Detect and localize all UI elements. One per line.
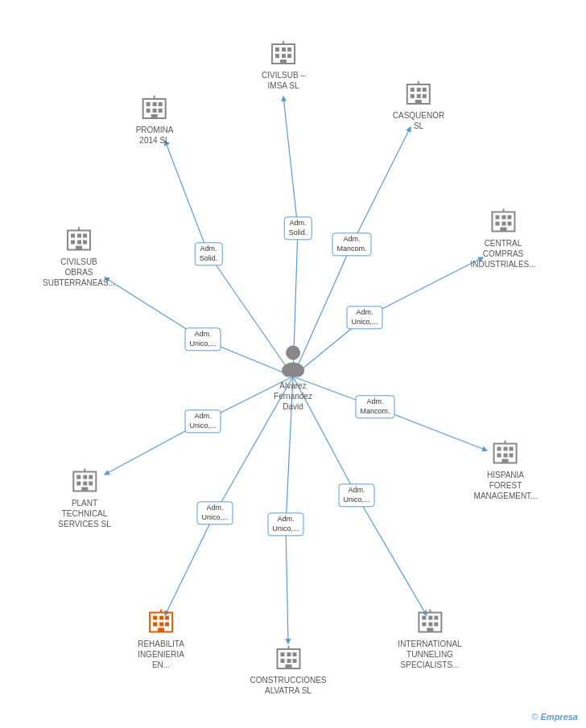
svg-rect-52	[510, 447, 514, 451]
badge-adm-solid-1[interactable]: Adm.Solid.	[284, 216, 312, 240]
svg-rect-56	[502, 459, 509, 463]
svg-line-15	[357, 496, 427, 615]
node-label-rehabilita: REHABILITAINGENIERIAEN...	[138, 639, 184, 670]
node-casquenor[interactable]: CASQUENORSL	[393, 78, 444, 131]
svg-rect-60	[428, 616, 432, 620]
node-label-promina: PROMINA2014 SL	[136, 125, 174, 146]
svg-rect-68	[280, 652, 284, 656]
svg-rect-62	[422, 623, 426, 627]
node-central-compras[interactable]: CENTRALCOMPRASINDUSTRIALES...	[470, 206, 535, 269]
svg-rect-92	[81, 487, 88, 492]
node-label-casquenor: CASQUENORSL	[393, 110, 444, 131]
svg-rect-108	[153, 109, 157, 113]
svg-rect-43	[507, 216, 511, 220]
svg-rect-83	[158, 628, 164, 632]
diagram: Alvarez Fernandez David CIVILSUB – IMSA …	[0, 0, 586, 728]
node-construcciones[interactable]: CONSTRUCCIONESALVATRA SL	[250, 643, 326, 696]
node-international[interactable]: INTERNATIONALTUNNELINGSPECIALISTS...	[398, 607, 461, 670]
svg-rect-59	[422, 616, 426, 620]
node-plant-technical[interactable]: PLANTTECHNICALSERVICES SL	[58, 466, 110, 529]
building-icon-orange	[146, 607, 175, 635]
badge-adm-unico-3[interactable]: Adm.Unico,...	[184, 409, 221, 433]
badge-adm-solid-2[interactable]: Adm.Solid.	[195, 242, 223, 265]
svg-rect-26	[275, 54, 279, 58]
svg-rect-78	[159, 616, 163, 620]
badge-adm-unico-6[interactable]: Adm.Unico,...	[267, 512, 303, 536]
svg-rect-105	[153, 102, 157, 106]
svg-rect-65	[427, 628, 433, 632]
svg-rect-95	[71, 234, 75, 238]
svg-rect-98	[71, 241, 75, 245]
svg-rect-41	[495, 216, 499, 220]
svg-rect-51	[504, 447, 508, 451]
svg-rect-89	[76, 482, 80, 486]
badge-adm-mancom-2[interactable]: Adm.Mancom.	[355, 395, 394, 418]
person-icon	[275, 342, 311, 377]
badge-adm-unico-1[interactable]: Adm.Unico,...	[346, 306, 382, 329]
node-label-construcciones: CONSTRUCCIONESALVATRA SL	[250, 675, 326, 696]
svg-rect-72	[287, 659, 291, 663]
building-icon	[489, 206, 518, 235]
svg-line-17	[165, 513, 215, 615]
svg-point-20	[286, 346, 300, 360]
svg-rect-74	[285, 664, 291, 668]
svg-line-3	[165, 141, 208, 254]
svg-rect-77	[153, 616, 157, 620]
node-civilsub-imsa[interactable]: CIVILSUB – IMSA SL	[262, 38, 305, 91]
svg-rect-46	[507, 222, 511, 226]
svg-rect-42	[501, 216, 506, 220]
node-promina[interactable]: PROMINA2014 SL	[136, 93, 174, 146]
svg-rect-91	[89, 482, 93, 486]
svg-rect-79	[165, 616, 169, 620]
svg-rect-34	[423, 88, 427, 92]
svg-rect-37	[423, 94, 427, 98]
node-label-hispania: HISPANIAFORESTMANAGEMENT...	[474, 470, 538, 501]
building-icon	[70, 466, 99, 495]
center-label: Alvarez Fernandez David	[274, 380, 312, 412]
svg-rect-61	[434, 616, 438, 620]
svg-rect-97	[83, 234, 87, 238]
svg-rect-81	[159, 623, 163, 627]
building-icon	[491, 438, 520, 467]
svg-rect-87	[83, 475, 87, 479]
copyright-symbol: ©	[531, 712, 538, 722]
badge-adm-mancom-1[interactable]: Adm.Mancom.	[332, 232, 371, 256]
svg-rect-35	[411, 94, 415, 98]
center-node[interactable]: Alvarez Fernandez David	[274, 342, 312, 412]
badge-adm-unico-2[interactable]: Adm.Unico,...	[184, 327, 221, 351]
svg-rect-45	[501, 222, 506, 226]
svg-rect-54	[504, 454, 508, 458]
node-label-civilsub-obras: CIVILSUBOBRASSUBTERRANEAS...	[43, 257, 115, 288]
building-icon	[274, 643, 303, 672]
svg-rect-109	[159, 109, 163, 113]
svg-line-5	[352, 127, 411, 245]
node-label-central-compras: CENTRALCOMPRASINDUSTRIALES...	[470, 238, 535, 269]
svg-rect-99	[77, 241, 81, 245]
svg-rect-53	[497, 454, 501, 458]
svg-rect-24	[282, 47, 286, 51]
svg-rect-69	[287, 652, 291, 656]
node-rehabilita[interactable]: REHABILITAINGENIERIAEN...	[138, 607, 184, 670]
svg-rect-71	[280, 659, 284, 663]
svg-rect-110	[151, 114, 158, 118]
svg-rect-82	[165, 623, 169, 627]
svg-rect-88	[89, 475, 93, 479]
svg-rect-29	[280, 60, 287, 64]
svg-rect-23	[275, 47, 279, 51]
node-civilsub-obras[interactable]: CIVILSUBOBRASSUBTERRANEAS...	[43, 224, 115, 288]
building-icon	[415, 607, 444, 635]
svg-rect-73	[292, 659, 296, 663]
building-icon	[404, 78, 433, 107]
svg-rect-70	[292, 652, 296, 656]
svg-rect-90	[83, 482, 87, 486]
node-hispania[interactable]: HISPANIAFORESTMANAGEMENT...	[474, 438, 538, 501]
svg-rect-100	[83, 241, 87, 245]
svg-rect-27	[282, 54, 286, 58]
svg-rect-47	[500, 228, 506, 232]
svg-rect-25	[287, 47, 291, 51]
badge-adm-unico-5[interactable]: Adm.Unico,...	[196, 501, 233, 524]
svg-rect-107	[146, 109, 151, 113]
building-icon	[140, 93, 169, 121]
badge-adm-unico-4[interactable]: Adm.Unico,...	[338, 483, 374, 507]
svg-rect-80	[153, 623, 157, 627]
